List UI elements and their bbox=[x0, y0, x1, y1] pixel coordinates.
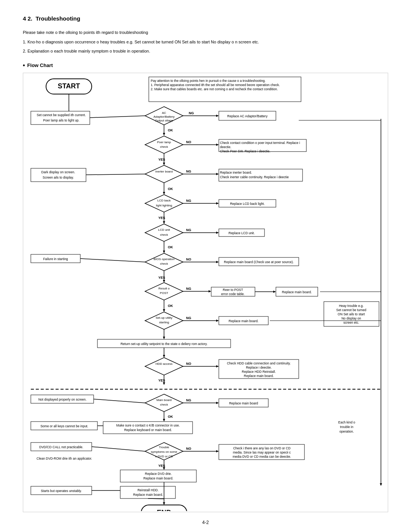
svg-text:NG: NG bbox=[186, 398, 191, 402]
svg-text:NG: NG bbox=[186, 169, 191, 173]
svg-text:YES: YES bbox=[158, 379, 165, 382]
svg-marker-91 bbox=[209, 290, 211, 292]
svg-text:OK: OK bbox=[168, 304, 173, 308]
svg-text:Check contact condition o poer: Check contact condition o poer input ter… bbox=[220, 141, 300, 145]
svg-marker-122 bbox=[163, 355, 165, 358]
svg-marker-148 bbox=[163, 419, 165, 422]
svg-text:2. Make sure that cables board: 2. Make sure that cables boards etc. are… bbox=[151, 87, 278, 91]
svg-text:Check inerter cable continuity: Check inerter cable continuity. Replace … bbox=[220, 175, 289, 179]
svg-text:OK: OK bbox=[168, 187, 173, 191]
svg-text:screen etc.: screen etc. bbox=[343, 321, 359, 324]
svg-marker-62 bbox=[145, 224, 183, 241]
svg-line-150 bbox=[94, 399, 145, 403]
svg-text:Dark display on screen.: Dark display on screen. bbox=[41, 170, 75, 174]
svg-text:BIOS operation: BIOS operation bbox=[154, 257, 175, 261]
svg-text:trouble in: trouble in bbox=[340, 425, 354, 429]
svg-text:OK: OK bbox=[168, 128, 173, 132]
svg-text:OK: OK bbox=[168, 415, 173, 419]
svg-text:Trouble: Trouble bbox=[159, 446, 169, 449]
svg-text:YES: YES bbox=[158, 464, 165, 468]
section-header: 4 2. Troubleshooting bbox=[23, 15, 388, 22]
svg-text:Main board: Main board bbox=[156, 398, 172, 402]
svg-text:POST: POST bbox=[160, 291, 168, 295]
svg-text:check: check bbox=[160, 233, 169, 236]
svg-text:Reer to POST: Reer to POST bbox=[223, 288, 243, 292]
svg-text:check: check bbox=[160, 403, 169, 406]
svg-line-189 bbox=[148, 498, 164, 499]
svg-text:NG: NG bbox=[186, 287, 191, 291]
intro-line2: 1. Kno·ho o diagnosis upon occurrence o … bbox=[23, 39, 388, 45]
svg-text:operation.: operation. bbox=[339, 430, 354, 433]
svg-text:START: START bbox=[58, 82, 80, 90]
svg-text:Replace LCD back light.: Replace LCD back light. bbox=[230, 202, 264, 206]
svg-text:Heay trouble e.g.: Heay trouble e.g. bbox=[339, 304, 364, 308]
svg-marker-48 bbox=[163, 192, 165, 195]
svg-marker-39 bbox=[145, 165, 183, 183]
svg-text:NG: NG bbox=[189, 111, 194, 115]
svg-marker-34 bbox=[163, 163, 165, 165]
svg-text:Poer lamp: Poer lamp bbox=[157, 141, 171, 144]
svg-marker-101 bbox=[163, 309, 165, 312]
svg-text:Set-up utility: Set-up utility bbox=[156, 316, 172, 320]
flowchart: Pay attention to the olloing points hen … bbox=[23, 73, 388, 512]
svg-marker-66 bbox=[216, 232, 219, 234]
svg-text:HDD access: HDD access bbox=[156, 362, 172, 366]
svg-marker-195 bbox=[380, 483, 382, 486]
svg-text:check: check bbox=[160, 262, 169, 265]
svg-marker-20 bbox=[163, 133, 165, 136]
svg-text:check: check bbox=[160, 145, 169, 149]
svg-text:deectie.: deectie. bbox=[220, 145, 231, 149]
svg-marker-143 bbox=[216, 402, 219, 404]
svg-marker-71 bbox=[163, 251, 165, 253]
svg-text:media. Since las may appear on: media. Since las may appear on specii c bbox=[233, 451, 291, 454]
svg-text:NG: NG bbox=[186, 199, 191, 203]
svg-text:Adaptor/Battery: Adaptor/Battery bbox=[153, 115, 175, 118]
svg-text:Replace LCD unit.: Replace LCD unit. bbox=[229, 231, 255, 235]
svg-text:Not displayed properly on scre: Not displayed properly on screen. bbox=[38, 398, 87, 401]
svg-text:media DVD or CD media can be d: media DVD or CD media can be deectie. bbox=[233, 455, 291, 459]
svg-text:Replace main board.: Replace main board. bbox=[229, 319, 258, 323]
svg-line-86 bbox=[80, 259, 145, 262]
svg-line-22 bbox=[90, 116, 145, 118]
svg-text:No display on: No display on bbox=[341, 316, 361, 320]
svg-marker-42 bbox=[216, 173, 219, 175]
svg-marker-51 bbox=[145, 195, 183, 212]
svg-text:AC: AC bbox=[162, 111, 166, 115]
svg-text:Replace keyboard or main board: Replace keyboard or main board. bbox=[124, 428, 172, 432]
svg-text:LCD back: LCD back bbox=[157, 199, 171, 202]
svg-text:Result o: Result o bbox=[158, 287, 170, 290]
svg-marker-79 bbox=[216, 261, 219, 263]
svg-text:Check HDD cable connection and: Check HDD cable connection and continuit… bbox=[227, 361, 291, 365]
svg-text:LCD unit: LCD unit bbox=[158, 228, 170, 232]
svg-line-50 bbox=[86, 174, 145, 175]
svg-text:Set cannot be turned: Set cannot be turned bbox=[336, 308, 366, 312]
svg-text:Starts but operates unstably.: Starts but operates unstably. bbox=[41, 489, 82, 493]
svg-line-178 bbox=[92, 447, 145, 451]
svg-text:Replace main board.: Replace main board. bbox=[282, 290, 312, 294]
svg-text:symptoms on some: symptoms on some bbox=[151, 450, 177, 454]
flow-section: Flow Chart Pay attention to the olloing … bbox=[23, 62, 388, 512]
svg-marker-15 bbox=[216, 115, 219, 117]
svg-marker-118 bbox=[163, 337, 165, 339]
svg-text:Replace main board.: Replace main board. bbox=[133, 493, 163, 497]
svg-text:light lighting: light lighting bbox=[156, 204, 172, 207]
svg-text:starting: starting bbox=[159, 321, 169, 324]
svg-text:Failure in starting: Failure in starting bbox=[43, 257, 68, 261]
svg-text:Output oltage: Output oltage bbox=[155, 119, 174, 122]
svg-text:Some or all keys cannot be inp: Some or all keys cannot be input. bbox=[40, 424, 88, 428]
svg-text:END: END bbox=[157, 509, 171, 511]
svg-marker-107 bbox=[216, 320, 219, 322]
svg-text:Check Poer SW. Replace i deect: Check Poer SW. Replace i deectie. bbox=[220, 149, 270, 153]
svg-marker-60 bbox=[163, 221, 165, 224]
intro-line3: 2. Explanation o each trouble mainly sym… bbox=[23, 48, 388, 54]
section-title: 4 2. Troubleshooting bbox=[23, 15, 388, 22]
intro-block: Please take note o the olloing to points… bbox=[23, 29, 388, 54]
svg-text:Replace main board (Check use : Replace main board (Check use at poer so… bbox=[224, 260, 293, 264]
svg-marker-84 bbox=[163, 280, 165, 283]
svg-text:Return set-up utility setpoint: Return set-up utility setpoint to the st… bbox=[121, 342, 208, 346]
svg-marker-123 bbox=[145, 358, 183, 375]
intro-line1: Please take note o the olloing to points… bbox=[23, 29, 388, 36]
svg-text:error code table.: error code table. bbox=[221, 292, 245, 296]
svg-marker-169 bbox=[216, 450, 219, 452]
page-number: 4-2 bbox=[23, 520, 388, 525]
